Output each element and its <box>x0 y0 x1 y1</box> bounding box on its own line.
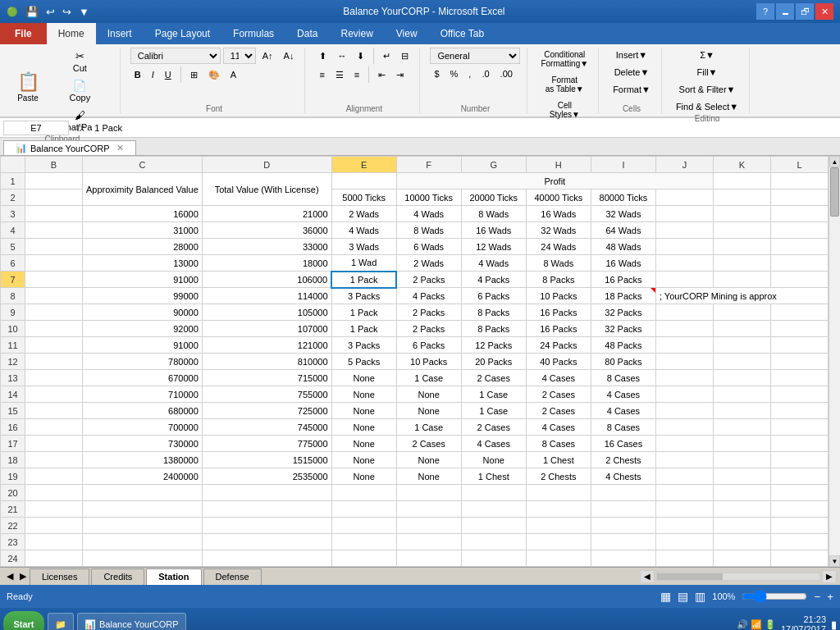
cell-k13[interactable] <box>713 370 770 386</box>
cell-b14[interactable] <box>25 386 83 403</box>
row-header-3[interactable]: 3 <box>1 206 25 222</box>
cell-j17[interactable] <box>655 436 713 452</box>
insert-button[interactable]: Insert▼ <box>609 48 655 62</box>
cell-l11[interactable] <box>770 337 828 354</box>
cell-d3[interactable]: 21000 <box>202 206 331 222</box>
cell-l9[interactable] <box>770 304 828 321</box>
row-header-17[interactable]: 17 <box>1 436 25 452</box>
cell-c16[interactable]: 700000 <box>83 419 203 436</box>
undo-qat-button[interactable]: ↩ <box>43 5 57 19</box>
cell-f12[interactable]: 10 Packs <box>396 354 461 370</box>
cell-b1[interactable] <box>25 173 83 189</box>
cell-g2[interactable]: 20000 Ticks <box>461 189 526 206</box>
scroll-right-button[interactable]: ▶ <box>822 570 837 583</box>
cell-c4[interactable]: 31000 <box>83 222 203 239</box>
row-header-8[interactable]: 8 <box>1 288 25 304</box>
cell-h11[interactable]: 24 Packs <box>526 337 591 354</box>
col-header-h[interactable]: H <box>526 157 591 173</box>
cell-h19[interactable]: 2 Chests <box>526 468 591 485</box>
cell-i8[interactable]: 18 Packs <box>591 288 655 304</box>
cell-b4[interactable] <box>25 222 83 239</box>
name-box[interactable] <box>3 121 69 135</box>
sheet-tab-defense[interactable]: Defense <box>203 568 262 585</box>
tab-view[interactable]: View <box>385 23 429 44</box>
cell-j3[interactable] <box>655 206 713 222</box>
row-header-2[interactable]: 2 <box>1 189 25 206</box>
cell-j1[interactable] <box>713 173 770 189</box>
cell-g18[interactable]: None <box>461 452 526 468</box>
cell-c10[interactable]: 92000 <box>83 321 203 337</box>
tab-file[interactable]: File <box>0 23 47 44</box>
row-header-18[interactable]: 18 <box>1 452 25 468</box>
cell-g13[interactable]: 2 Cases <box>461 370 526 386</box>
cell-f3[interactable]: 4 Wads <box>396 206 461 222</box>
cell-k18[interactable] <box>713 452 770 468</box>
cell-l19[interactable] <box>770 468 828 485</box>
row-header-15[interactable]: 15 <box>1 403 25 419</box>
cell-e13[interactable]: None <box>331 370 396 386</box>
col-header-d[interactable]: D <box>202 157 331 173</box>
number-format-selector[interactable]: General <box>430 48 520 64</box>
tab-formulas[interactable]: Formulas <box>221 23 285 44</box>
cell-c18[interactable]: 1380000 <box>83 452 203 468</box>
normal-view-button[interactable]: ▦ <box>660 590 671 603</box>
col-header-c[interactable]: C <box>83 157 203 173</box>
decrease-indent-button[interactable]: ⇤ <box>374 66 390 83</box>
close-tab-icon[interactable]: ✕ <box>116 143 124 153</box>
cell-k14[interactable] <box>713 386 770 403</box>
cell-i14[interactable]: 4 Cases <box>591 386 655 403</box>
cell-l4[interactable] <box>770 222 828 239</box>
row-header-14[interactable]: 14 <box>1 386 25 403</box>
cell-l18[interactable] <box>770 452 828 468</box>
font-size-selector[interactable]: 11 <box>223 48 256 64</box>
cell-k16[interactable] <box>713 419 770 436</box>
tab-home[interactable]: Home <box>47 23 96 44</box>
cell-g14[interactable]: 1 Case <box>461 386 526 403</box>
cell-b2[interactable] <box>25 189 83 206</box>
cell-c1[interactable]: Approximity Balanced Value <box>83 173 203 206</box>
cell-d1[interactable]: Total Value (With License) <box>202 173 331 206</box>
cell-e4[interactable]: 4 Wads <box>331 222 396 239</box>
cell-h8[interactable]: 10 Packs <box>526 288 591 304</box>
cell-e5[interactable]: 3 Wads <box>331 239 396 255</box>
format-button[interactable]: Format▼ <box>609 82 655 97</box>
scroll-up-button[interactable]: ▲ <box>829 156 840 167</box>
cell-f19[interactable]: None <box>396 468 461 485</box>
tab-office-tab[interactable]: Office Tab <box>429 23 496 44</box>
wrap-text-button[interactable]: ↵ <box>379 48 395 64</box>
cell-c12[interactable]: 780000 <box>83 354 203 370</box>
fill-color-button[interactable]: 🎨 <box>204 67 224 83</box>
cell-j2[interactable] <box>655 189 713 206</box>
cell-l13[interactable] <box>770 370 828 386</box>
cell-e15[interactable]: None <box>331 403 396 419</box>
cell-j19[interactable] <box>655 468 713 485</box>
align-center-button[interactable]: ☰ <box>331 66 348 83</box>
cell-l6[interactable] <box>770 255 828 272</box>
cell-e14[interactable]: None <box>331 386 396 403</box>
cell-i10[interactable]: 32 Packs <box>591 321 655 337</box>
sheet-tab-credits[interactable]: Credits <box>91 568 144 585</box>
save-qat-button[interactable]: 💾 <box>23 5 41 19</box>
cell-b16[interactable] <box>25 419 83 436</box>
tab-review[interactable]: Review <box>329 23 384 44</box>
cell-c3[interactable]: 16000 <box>83 206 203 222</box>
cell-g16[interactable]: 2 Cases <box>461 419 526 436</box>
cell-e17[interactable]: None <box>331 436 396 452</box>
cell-k7[interactable] <box>713 272 770 288</box>
decrease-font-button[interactable]: A↓ <box>280 48 299 63</box>
cell-i17[interactable]: 16 Cases <box>591 436 655 452</box>
col-header-j[interactable]: J <box>655 157 713 173</box>
scroll-left-button[interactable]: ◀ <box>640 570 655 583</box>
cell-i3[interactable]: 32 Wads <box>591 206 655 222</box>
font-name-selector[interactable]: Calibri <box>130 48 221 64</box>
cell-j16[interactable] <box>655 419 713 436</box>
cell-i2[interactable]: 80000 Ticks <box>591 189 655 206</box>
cell-f6[interactable]: 2 Wads <box>396 255 461 272</box>
cell-j8[interactable]: ; YourCORP Mining is approx <box>655 288 828 304</box>
cell-k6[interactable] <box>713 255 770 272</box>
cell-j13[interactable] <box>655 370 713 386</box>
cell-l7[interactable] <box>770 272 828 288</box>
cell-e11[interactable]: 3 Packs <box>331 337 396 354</box>
cell-h7[interactable]: 8 Packs <box>526 272 591 288</box>
align-middle-button[interactable]: ↔ <box>333 48 350 64</box>
